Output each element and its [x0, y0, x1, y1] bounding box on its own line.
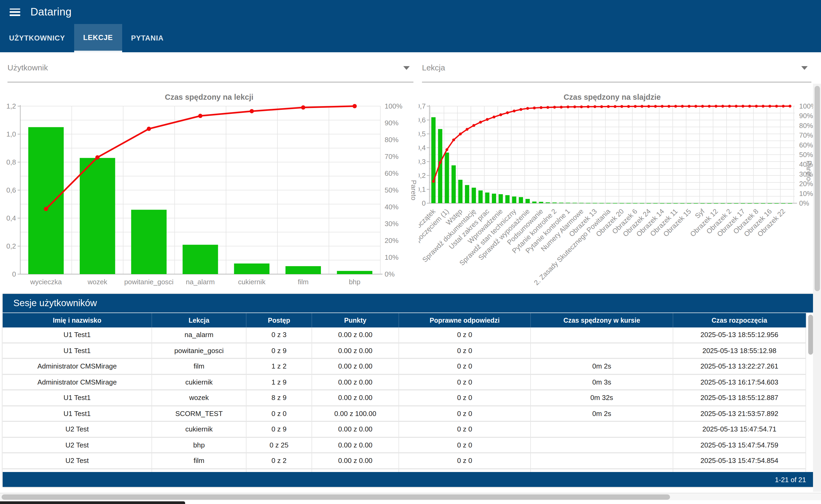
table-cell: 0.00 z 0.00: [312, 343, 399, 358]
page-vertical-scrollbar[interactable]: [813, 84, 821, 492]
table-cell: [531, 438, 673, 452]
svg-text:0,5: 0,5: [419, 130, 426, 138]
svg-text:20%: 20%: [799, 180, 813, 188]
svg-text:cukiernik: cukiernik: [238, 278, 266, 286]
table-cell: 0.00 z 0.00: [312, 359, 399, 374]
table-row[interactable]: Administrator CMSMiragecukiernik1 z 90.0…: [3, 375, 806, 390]
table-cell: 0m 32s: [531, 390, 673, 405]
table-cell: film: [152, 359, 246, 374]
table-header-row: Imię i nazwiskoLekcjaPostępPunktyPoprawn…: [3, 313, 806, 327]
app-title: Dataring: [30, 6, 71, 18]
column-header-5: Poprawne odpowiedzi: [399, 313, 531, 327]
table-cell: 0.00 z 0.00: [312, 375, 399, 389]
page-vertical-scrollbar-thumb[interactable]: [814, 86, 820, 291]
tab-uzytkownicy[interactable]: UŻYTKOWNICY: [0, 24, 74, 52]
table-cell: 2025-05-13 18:55:12.887: [673, 390, 806, 405]
user-filter-underline: [7, 82, 413, 82]
hamburger-menu-icon[interactable]: [10, 8, 20, 16]
svg-text:0,6: 0,6: [419, 116, 426, 124]
table-cell: 2025-05-13 21:53:57.892: [673, 406, 806, 421]
table-row[interactable]: U1 Test1powitanie_gosci0 z 90.00 z 0.000…: [3, 343, 806, 359]
lesson-filter-underline: [422, 82, 811, 82]
table-body: U1 Test1na_alarm0 z 30.00 z 0.000 z 0202…: [3, 327, 813, 472]
svg-text:100%: 100%: [385, 102, 402, 110]
svg-text:0,2: 0,2: [6, 242, 16, 250]
pareto-chart-slide-time: 0,70,60,50,40,30,20,10100%90%80%70%60%50…: [419, 90, 821, 292]
table-cell: U2 Test: [3, 438, 152, 452]
svg-text:wozek: wozek: [87, 278, 107, 286]
column-header-6: Czas spędzony w kursie: [531, 313, 673, 327]
table-row[interactable]: U1 Test1wozek8 z 90.00 z 0.000 z 00m 32s…: [3, 390, 806, 406]
table-cell: 2025-05-13 15:47:54.71: [673, 422, 806, 437]
table-cell: 0 z 0: [399, 422, 531, 437]
svg-text:70%: 70%: [385, 153, 398, 161]
table-cell: Administrator CMSMirage: [3, 375, 152, 389]
user-sessions-panel: Sesje użytkowników Imię i nazwiskoLekcja…: [3, 294, 813, 487]
chevron-down-icon[interactable]: [801, 66, 808, 70]
table-cell: [531, 422, 673, 437]
svg-text:0,4: 0,4: [6, 214, 16, 222]
svg-text:80%: 80%: [385, 136, 398, 144]
svg-text:1,0: 1,0: [6, 130, 16, 138]
lesson-filter-label: Lekcja: [422, 63, 445, 72]
page-horizontal-scrollbar[interactable]: [0, 493, 821, 500]
page-horizontal-scrollbar-thumb[interactable]: [2, 494, 670, 500]
svg-text:film: film: [298, 278, 308, 286]
svg-text:0,2: 0,2: [419, 171, 426, 179]
table-cell: 0.00 z 0.00: [312, 438, 399, 452]
svg-text:bhp: bhp: [349, 278, 360, 286]
pagination-label: 1-21 of 21: [775, 475, 806, 483]
svg-text:0,6: 0,6: [6, 186, 16, 194]
svg-text:0,7: 0,7: [419, 102, 426, 110]
table-cell: 0 z 0: [399, 453, 531, 468]
svg-text:Czas spędzony na slajdzie: Czas spędzony na slajdzie: [564, 93, 661, 101]
table-cell: 0 z 0: [246, 406, 312, 421]
panel-title: Sesje użytkowników: [3, 294, 813, 313]
svg-text:40%: 40%: [385, 203, 398, 211]
table-row[interactable]: Administrator CMSMiragefilm1 z 20.00 z 0…: [3, 359, 806, 375]
table-cell: 0 z 0: [399, 327, 531, 342]
svg-text:90%: 90%: [799, 112, 813, 120]
table-cell: 8 z 9: [246, 390, 312, 405]
table-cell: 0.00 z 0.00: [312, 390, 399, 405]
table-cell: 0 z 25: [246, 438, 312, 452]
tab-lekcje[interactable]: LEKCJE: [74, 24, 122, 52]
svg-text:60%: 60%: [799, 141, 813, 149]
table-cell: 0 z 0: [399, 438, 531, 452]
table-cell: U1 Test1: [3, 343, 152, 358]
table-cell: 0.00 z 0.00: [312, 453, 399, 468]
table-row[interactable]: U1 Test1na_alarm0 z 30.00 z 0.000 z 0202…: [3, 327, 806, 343]
svg-text:70%: 70%: [799, 131, 813, 139]
table-row[interactable]: U2 Testfilm0 z 20.00 z 0.000 z 02025-05-…: [3, 453, 806, 469]
svg-text:50%: 50%: [799, 151, 813, 159]
table-cell: 0 z 0: [399, 343, 531, 358]
svg-text:60%: 60%: [385, 169, 398, 177]
table-cell: 0.00 z 100.00: [312, 406, 399, 421]
svg-text:90%: 90%: [385, 119, 398, 127]
table-cell: 0.00 z 0.00: [312, 327, 399, 342]
table-cell: cukiernik: [152, 422, 246, 437]
table-scrollbar-thumb[interactable]: [808, 315, 813, 355]
svg-text:1,2: 1,2: [6, 102, 16, 110]
user-filter-label: Użytkownik: [7, 63, 48, 72]
table-cell: [531, 343, 673, 358]
table-cell: 0 z 0: [399, 359, 531, 374]
table-cell: 2025-05-13 15:47:54.759: [673, 438, 806, 452]
table-row[interactable]: U2 Testcukiernik0 z 90.00 z 0.000 z 0202…: [3, 422, 806, 438]
table-cell: film: [152, 453, 246, 468]
table-cell: cukiernik: [152, 375, 246, 389]
column-header-1: Imię i nazwisko: [3, 313, 152, 327]
svg-text:10%: 10%: [799, 190, 813, 198]
table-cell: [531, 453, 673, 468]
column-header-7: Czas rozpoczęcia: [673, 313, 806, 327]
table-cell: 0m 3s: [531, 375, 673, 389]
chevron-down-icon[interactable]: [403, 66, 410, 70]
table-row[interactable]: U2 Testbhp0 z 250.00 z 0.000 z 02025-05-…: [3, 438, 806, 453]
table-cell: SCORM_TEST: [152, 406, 246, 421]
tab-pytania[interactable]: PYTANIA: [122, 24, 173, 52]
table-cell: bhp: [152, 438, 246, 452]
table-cell: 0 z 0: [399, 406, 531, 421]
column-header-2: Lekcja: [152, 313, 246, 327]
table-row[interactable]: U1 Test1SCORM_TEST0 z 00.00 z 100.000 z …: [3, 406, 806, 422]
svg-text:50%: 50%: [385, 186, 398, 194]
